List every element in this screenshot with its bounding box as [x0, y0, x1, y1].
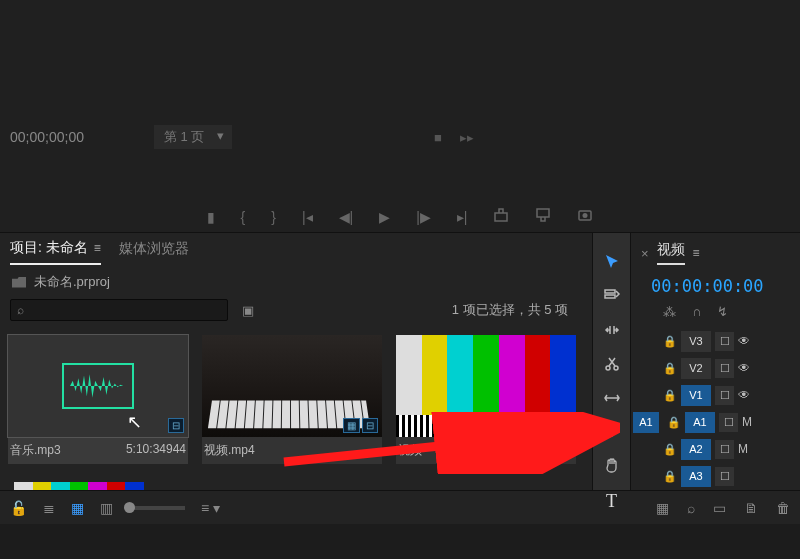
solo-icon[interactable]: M: [738, 442, 748, 456]
clip-name: 视频: [398, 442, 422, 459]
audio-waveform-thumb: [62, 363, 134, 409]
search-input[interactable]: [24, 303, 221, 317]
track-label[interactable]: A3: [681, 466, 711, 487]
out-point-icon[interactable]: }: [271, 209, 276, 225]
lock-icon[interactable]: 🔒: [663, 389, 677, 402]
clip-name: 音乐.mp3: [10, 442, 61, 459]
sequence-timecode[interactable]: 00:00:00:00: [631, 270, 800, 300]
toggle-output-icon[interactable]: ☐: [715, 386, 734, 405]
lock-icon[interactable]: 🔒: [663, 470, 677, 483]
close-tab-icon[interactable]: ×: [641, 246, 649, 261]
track-row-a3[interactable]: 🔒 A3 ☐: [633, 464, 800, 488]
stop-small-icon[interactable]: ■: [434, 130, 442, 145]
hand-tool-icon[interactable]: [601, 457, 623, 475]
solo-icon[interactable]: M: [742, 415, 752, 429]
mute-icon[interactable]: ☐: [715, 440, 734, 459]
automate-to-sequence-icon[interactable]: ▦: [656, 500, 669, 516]
ripple-edit-tool-icon[interactable]: [601, 321, 623, 339]
toggle-output-icon[interactable]: ☐: [715, 359, 734, 378]
insert-mode-icon[interactable]: ⁂: [663, 304, 676, 319]
video-badge-icon: ▦: [343, 418, 360, 433]
marker-icon[interactable]: ▮: [207, 209, 215, 225]
extract-icon[interactable]: [535, 207, 551, 226]
sequence-tab[interactable]: 视频: [657, 241, 685, 265]
panel-menu-icon[interactable]: ≡: [94, 241, 101, 255]
lock-icon[interactable]: 🔒: [663, 443, 677, 456]
audio-badge-icon: ⊟: [556, 418, 572, 433]
transport-bar: ▮ { } |◂ ◀| ▶ |▶ ▸|: [0, 207, 800, 226]
step-back-icon[interactable]: ◀|: [339, 209, 354, 225]
track-row-v3[interactable]: 🔒 V3 ☐ 👁: [633, 329, 800, 353]
lift-icon[interactable]: [493, 207, 509, 226]
audio-badge-icon: ⊟: [168, 418, 184, 433]
lock-icon[interactable]: 🔒: [663, 362, 677, 375]
find-icon[interactable]: ⌕: [687, 500, 695, 516]
page-dropdown[interactable]: 第 1 页: [154, 125, 232, 149]
play-icon[interactable]: ▶: [379, 209, 390, 225]
svg-rect-0: [495, 213, 507, 221]
track-row-a1[interactable]: A1 🔒 A1 ☐ M: [633, 410, 800, 434]
preview-timecode[interactable]: 00;00;00;00: [10, 129, 84, 145]
write-enable-icon[interactable]: 🔓: [10, 500, 27, 516]
svg-point-7: [614, 366, 618, 370]
svg-rect-1: [537, 209, 549, 217]
freeform-view-icon[interactable]: ▥: [100, 500, 113, 516]
track-label[interactable]: V1: [681, 385, 711, 406]
go-to-in-icon[interactable]: |◂: [302, 209, 313, 225]
clip-duration: 5:10:34944: [126, 442, 186, 459]
pen-tool-icon[interactable]: [601, 423, 623, 441]
track-label[interactable]: V3: [681, 331, 711, 352]
svg-point-6: [606, 366, 610, 370]
linked-selection-icon[interactable]: ↯: [717, 304, 728, 319]
clip-item[interactable]: ▦ ⊟ 视频.mp4: [202, 335, 382, 464]
eye-icon[interactable]: 👁: [738, 361, 750, 375]
clip-item-small[interactable]: [14, 482, 144, 490]
new-bin-button-icon[interactable]: ▭: [713, 500, 726, 516]
zoom-slider[interactable]: [129, 506, 185, 510]
go-to-out-icon[interactable]: ▸|: [457, 209, 468, 225]
sort-icon[interactable]: ≡ ▾: [201, 500, 220, 516]
track-select-tool-icon[interactable]: [601, 287, 623, 305]
slip-tool-icon[interactable]: [601, 389, 623, 407]
selection-tool-icon[interactable]: [601, 253, 623, 271]
project-toolbar: 🔓 ≣ ▦ ▥ ≡ ▾ ▦ ⌕ ▭ 🗎 🗑: [0, 490, 800, 524]
type-tool-icon[interactable]: T: [601, 491, 623, 512]
timeline-panel: × 视频 ≡ 00:00:00:00 ⁂ ∩ ↯ 🔒 V3 ☐ 👁 🔒: [630, 232, 800, 490]
search-icon: ⌕: [17, 303, 24, 317]
new-item-icon[interactable]: 🗎: [744, 500, 758, 516]
track-row-v2[interactable]: 🔒 V2 ☐ 👁: [633, 356, 800, 380]
trash-icon[interactable]: 🗑: [776, 500, 790, 516]
new-bin-icon[interactable]: ▣: [242, 303, 254, 318]
toggle-output-icon[interactable]: ☐: [715, 332, 734, 351]
clip-name: 视频.mp4: [204, 442, 255, 459]
export-frame-icon[interactable]: [577, 207, 593, 226]
in-point-icon[interactable]: {: [241, 209, 246, 225]
folder-icon: [12, 277, 26, 288]
eye-icon[interactable]: 👁: [738, 334, 750, 348]
track-label[interactable]: V2: [681, 358, 711, 379]
track-label[interactable]: A2: [681, 439, 711, 460]
mute-icon[interactable]: ☐: [719, 413, 738, 432]
clip-item[interactable]: ▦ ⊟ 视频: [396, 335, 576, 464]
razor-tool-icon[interactable]: [601, 355, 623, 373]
lock-icon[interactable]: 🔒: [663, 335, 677, 348]
snap-icon[interactable]: ∩: [692, 304, 701, 319]
selection-info: 1 项已选择，共 5 项: [452, 301, 568, 319]
track-row-a2[interactable]: 🔒 A2 ☐ M: [633, 437, 800, 461]
eye-icon[interactable]: 👁: [738, 388, 750, 402]
lock-icon[interactable]: 🔒: [667, 416, 681, 429]
svg-point-3: [583, 213, 588, 218]
track-row-v1[interactable]: 🔒 V1 ☐ 👁: [633, 383, 800, 407]
search-input-wrap[interactable]: ⌕: [10, 299, 228, 321]
track-label[interactable]: A1: [685, 412, 715, 433]
tab-media-browser[interactable]: 媒体浏览器: [119, 240, 189, 264]
step-small-icon[interactable]: ▸▸: [460, 130, 474, 145]
icon-view-icon[interactable]: ▦: [71, 500, 84, 516]
timeline-menu-icon[interactable]: ≡: [693, 246, 700, 260]
list-view-icon[interactable]: ≣: [43, 500, 55, 516]
tab-project[interactable]: 项目: 未命名≡: [10, 239, 101, 265]
mute-icon[interactable]: ☐: [715, 467, 734, 486]
step-forward-icon[interactable]: |▶: [416, 209, 431, 225]
source-a1[interactable]: A1: [633, 412, 659, 433]
clip-item[interactable]: ↖ ⊟ 音乐.mp3 5:10:34944: [8, 335, 188, 464]
